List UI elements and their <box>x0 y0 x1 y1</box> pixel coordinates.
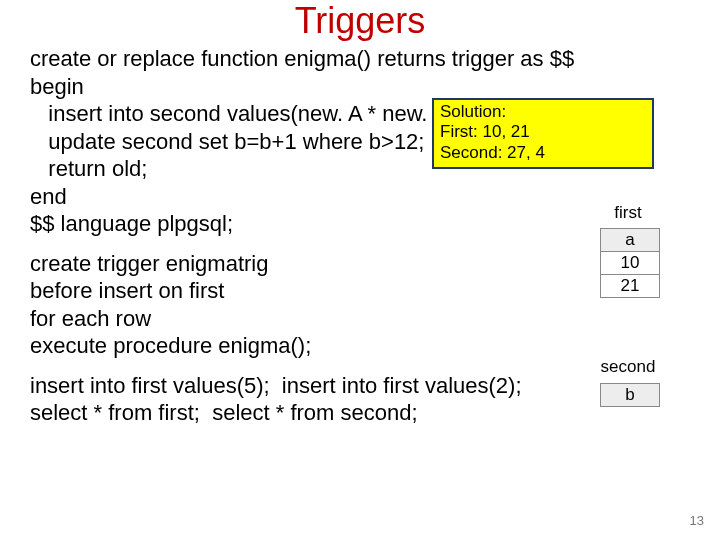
slide-title: Triggers <box>0 0 720 42</box>
code-line: before insert on first <box>30 277 510 305</box>
table-first: a 10 21 <box>600 228 660 298</box>
table-first-cell: 21 <box>601 275 660 298</box>
code-line: execute procedure enigma(); <box>30 332 510 360</box>
solution-box: Solution: First: 10, 21 Second: 27, 4 <box>432 98 654 169</box>
table-first-cell: 10 <box>601 252 660 275</box>
code-line: begin <box>30 73 510 101</box>
code-line: select * from first; select * from secon… <box>30 399 510 427</box>
code-line: for each row <box>30 305 510 333</box>
table-second-label: second <box>578 357 678 377</box>
table-first-label: first <box>598 203 658 223</box>
solution-heading: Solution: <box>440 102 646 122</box>
table-second: b <box>600 383 660 407</box>
slide: Triggers create or replace function enig… <box>0 0 720 540</box>
solution-line: First: 10, 21 <box>440 122 646 142</box>
code-line: create or replace function enigma() retu… <box>30 45 510 73</box>
table-second-header: b <box>601 384 660 407</box>
page-number: 13 <box>690 513 704 528</box>
solution-line: Second: 27, 4 <box>440 143 646 163</box>
code-line: end <box>30 183 510 211</box>
code-line: create trigger enigmatrig <box>30 250 510 278</box>
code-line: insert into first values(5); insert into… <box>30 372 510 400</box>
table-first-header: a <box>601 229 660 252</box>
code-line: $$ language plpgsql; <box>30 210 510 238</box>
